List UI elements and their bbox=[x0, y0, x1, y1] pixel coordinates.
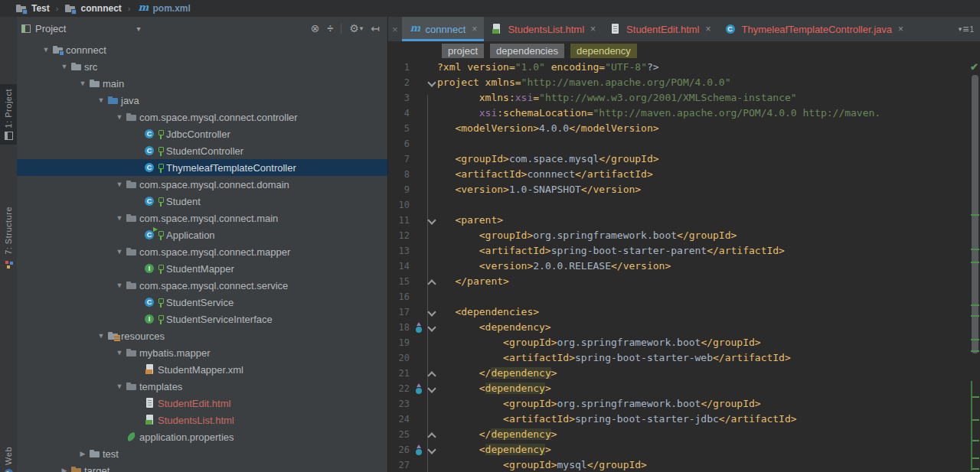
tree-row[interactable]: StudentsList.html bbox=[17, 412, 387, 428]
code-line[interactable]: 21</dependency> bbox=[388, 366, 970, 381]
tool-window-button[interactable]: 7: Structure bbox=[0, 202, 17, 273]
code-line[interactable]: 20<artifactId>spring-boot-starter-web</a… bbox=[388, 350, 970, 366]
expand-arrow-icon[interactable]: ▼ bbox=[95, 332, 107, 340]
code-line[interactable]: 18<dependency> bbox=[388, 320, 970, 335]
vcs-change-tick[interactable] bbox=[971, 350, 979, 352]
code-line[interactable]: 5<modelVersion>4.0.0</modelVersion> bbox=[388, 121, 970, 136]
tool-window-button[interactable]: Web bbox=[0, 442, 17, 472]
tree-row[interactable]: ▼com.space.mysql.connect.controller bbox=[17, 109, 387, 125]
dependency-gutter-icon[interactable] bbox=[415, 322, 423, 333]
chevron-down-icon[interactable]: ▾ bbox=[136, 24, 140, 33]
expand-arrow-icon[interactable]: ▼ bbox=[58, 63, 70, 70]
tree-row[interactable]: ▼templates bbox=[17, 378, 387, 395]
expand-arrow-icon[interactable]: ▼ bbox=[113, 349, 126, 356]
vcs-change-tick[interactable] bbox=[971, 262, 979, 263]
nav-item[interactable]: Test bbox=[15, 2, 50, 15]
tree-row[interactable]: StudentMapper.xml bbox=[17, 361, 387, 378]
tree-row[interactable]: StudentController bbox=[17, 142, 387, 159]
expand-arrow-icon[interactable]: ▼ bbox=[113, 282, 126, 289]
tree-row[interactable]: ▼src bbox=[17, 58, 387, 75]
tree-row[interactable]: Student bbox=[17, 193, 387, 210]
breadcrumb-chip[interactable]: dependency bbox=[570, 44, 637, 58]
hide-panel-icon[interactable]: ↤ bbox=[371, 23, 380, 34]
code-line[interactable]: 16 bbox=[388, 289, 970, 304]
code-line[interactable]: 15</parent> bbox=[388, 274, 970, 289]
close-icon[interactable]: × bbox=[898, 24, 903, 34]
tabbar-close-icon[interactable]: × bbox=[388, 24, 402, 35]
tree-row[interactable]: Application bbox=[17, 226, 387, 243]
close-icon[interactable]: × bbox=[472, 24, 477, 34]
expand-arrow-icon[interactable]: ▶ bbox=[77, 450, 89, 457]
expand-arrow-icon[interactable]: ▼ bbox=[40, 46, 52, 54]
code-line[interactable]: 27<groupId>mysql</groupId> bbox=[388, 457, 970, 472]
fold-marker-icon[interactable] bbox=[427, 216, 436, 224]
tree-row[interactable]: ▼resources bbox=[17, 327, 387, 344]
expand-arrow-icon[interactable]: ▼ bbox=[113, 214, 126, 222]
code-editor[interactable]: 1?xml version="1.0" encoding="UTF-8"?>2p… bbox=[388, 60, 970, 472]
code-line[interactable]: 1?xml version="1.0" encoding="UTF-8"?> bbox=[388, 60, 970, 75]
fold-marker-icon[interactable] bbox=[427, 78, 436, 86]
tree-row[interactable]: StudentService bbox=[17, 294, 387, 311]
code-line[interactable]: 6 bbox=[388, 136, 970, 151]
code-line[interactable]: 9<version>1.0-SNAPSHOT</version> bbox=[388, 182, 970, 197]
tree-row[interactable]: ▶target bbox=[17, 462, 387, 472]
code-line[interactable]: 10 bbox=[388, 197, 970, 213]
fold-marker-icon[interactable] bbox=[427, 279, 436, 288]
code-line[interactable]: 8<artifactId>connnect</artifactId> bbox=[388, 167, 970, 182]
expand-arrow-icon[interactable]: ▼ bbox=[77, 80, 89, 87]
expand-arrow-icon[interactable]: ▼ bbox=[113, 248, 126, 256]
close-icon[interactable]: × bbox=[590, 24, 596, 34]
code-line[interactable]: 25</dependency> bbox=[388, 427, 970, 442]
code-line[interactable]: 2project xmlns="http://maven.apache.org/… bbox=[388, 75, 970, 90]
fold-marker-icon[interactable] bbox=[427, 432, 436, 441]
code-line[interactable]: 4xsi:schemaLocation="http://maven.apache… bbox=[388, 106, 970, 121]
settings-button[interactable]: ⚙ ▾ bbox=[349, 23, 363, 34]
tree-row[interactable]: ▼mybatis.mapper bbox=[17, 344, 387, 361]
tree-row[interactable]: application.properties bbox=[17, 428, 387, 445]
tree-row[interactable]: StudentEdit.html bbox=[17, 395, 387, 412]
tree-row[interactable]: StudentMapper bbox=[17, 260, 387, 277]
code-line[interactable]: 3xmlns:xsi="http://www.w3.org/2001/XMLSc… bbox=[388, 90, 970, 106]
nav-item[interactable]: connnect bbox=[64, 2, 121, 15]
vcs-change-tick[interactable] bbox=[971, 304, 979, 306]
editor-tab[interactable]: StudentEdit.html× bbox=[603, 17, 717, 41]
tree-row[interactable]: ▼com.space.mysql.connect.mapper bbox=[17, 243, 387, 260]
close-icon[interactable]: × bbox=[706, 24, 711, 34]
code-line[interactable]: 17<dependencies> bbox=[388, 304, 970, 320]
vcs-change-tick[interactable] bbox=[971, 315, 979, 317]
tree-row[interactable]: ▼main bbox=[17, 75, 387, 92]
code-line[interactable]: 22<dependency> bbox=[388, 381, 970, 396]
dependency-gutter-icon[interactable] bbox=[415, 444, 423, 455]
expand-arrow-icon[interactable]: ▼ bbox=[95, 96, 107, 104]
editor-tab[interactable]: ThymeleafTemplateController.java× bbox=[718, 17, 911, 41]
fold-marker-icon[interactable] bbox=[427, 308, 436, 316]
code-line[interactable]: 11<parent> bbox=[388, 213, 970, 228]
vcs-change-tick[interactable] bbox=[971, 249, 979, 250]
nav-item[interactable]: pom.xml bbox=[136, 2, 190, 15]
tree-row[interactable]: ▼com.space.mysql.connect.main bbox=[17, 210, 387, 226]
locate-file-icon[interactable]: ⊗ bbox=[311, 23, 320, 34]
hidden-tabs-button[interactable]: ▾ ≡ 1 bbox=[959, 23, 980, 35]
fold-marker-icon[interactable] bbox=[427, 445, 436, 454]
dependency-gutter-icon[interactable] bbox=[415, 383, 423, 394]
tree-row[interactable]: ▶test bbox=[17, 445, 387, 462]
editor-tab[interactable]: StudentsList.html× bbox=[484, 17, 603, 41]
expand-arrow-icon[interactable]: ▼ bbox=[113, 382, 126, 390]
code-line[interactable]: 7<groupId>com.space.mysql</groupId> bbox=[388, 151, 970, 167]
vcs-change-tick[interactable] bbox=[971, 214, 979, 216]
tool-window-button[interactable]: 1: Project bbox=[0, 84, 17, 145]
vcs-change-tick[interactable] bbox=[971, 339, 979, 340]
tree-row[interactable]: ▼connnect bbox=[17, 41, 387, 58]
breadcrumb-chip[interactable]: dependencies bbox=[490, 44, 564, 58]
expand-arrow-icon[interactable]: ▼ bbox=[113, 113, 126, 121]
tree-row[interactable]: ▼com.space.mysql.connect.domain bbox=[17, 176, 387, 193]
code-line[interactable]: 26<dependency> bbox=[388, 442, 970, 457]
fold-marker-icon[interactable] bbox=[427, 371, 436, 379]
code-line[interactable]: 24<artifactId>spring-boot-starter-jdbc</… bbox=[388, 412, 970, 427]
collapse-all-icon[interactable]: ÷ bbox=[327, 23, 333, 34]
fold-marker-icon[interactable] bbox=[427, 384, 436, 392]
tree-row[interactable]: StudentServiceInterface bbox=[17, 311, 387, 327]
expand-arrow-icon[interactable]: ▶ bbox=[58, 467, 70, 472]
code-line[interactable]: 12<groupId>org.springframework.boot</gro… bbox=[388, 228, 970, 243]
code-line[interactable]: 13<artifactId>spring-boot-starter-parent… bbox=[388, 243, 970, 259]
